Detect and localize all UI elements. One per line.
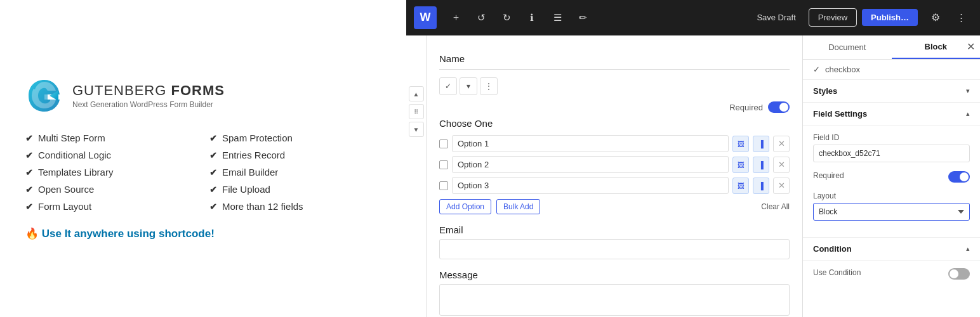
redo-button[interactable]: ↻ bbox=[495, 6, 518, 29]
styles-section-header[interactable]: Styles ▾ bbox=[803, 80, 980, 103]
move-down-button[interactable]: ▼ bbox=[409, 122, 424, 137]
feature-label: Conditional Logic bbox=[38, 150, 111, 160]
logo-title: Gutenberg Forms bbox=[72, 82, 225, 99]
option-input-2[interactable] bbox=[452, 156, 729, 173]
layout-label: Layout bbox=[813, 191, 970, 200]
logo-area: Gutenberg Forms Next Generation WordPres… bbox=[25, 77, 381, 115]
add-option-button[interactable]: Add Option bbox=[439, 199, 491, 214]
preview-button[interactable]: Preview bbox=[809, 8, 857, 27]
cta-line: 🔥 Use It anywhere using shortcode! bbox=[25, 227, 381, 240]
message-textarea[interactable] bbox=[439, 284, 790, 316]
required-sidebar-toggle[interactable] bbox=[948, 171, 970, 183]
option-checkbox-2[interactable] bbox=[439, 160, 448, 169]
more-options-button[interactable]: ⋮ bbox=[950, 6, 972, 29]
check-icon: ✔ bbox=[25, 184, 33, 195]
field-settings-section-header[interactable]: Field Settings ▴ bbox=[803, 103, 980, 126]
condition-chevron-icon: ▴ bbox=[966, 245, 970, 253]
option-row-2: 🖼 ▐ ✕ bbox=[439, 156, 790, 173]
options-actions: Add Option Bulk Add Clear All bbox=[439, 199, 790, 214]
feature-label: Open Source bbox=[38, 184, 94, 195]
feature-file-upload: ✔ File Upload bbox=[209, 184, 381, 195]
option-bold-btn-1[interactable]: ▐ bbox=[753, 136, 769, 152]
feature-label: More than 12 fields bbox=[222, 201, 303, 212]
settings-button[interactable]: ⚙ bbox=[924, 6, 947, 29]
right-sidebar: Document Block ✕ ✓ checkbox Styles ▾ Fie… bbox=[802, 36, 980, 317]
cta-text: Use It anywhere using shortcode! bbox=[42, 228, 215, 240]
save-draft-button[interactable]: Save Draft bbox=[750, 9, 802, 26]
use-condition-toggle[interactable] bbox=[948, 268, 970, 280]
feature-email-builder: ✔ Email Builder bbox=[209, 167, 381, 178]
option-row-3: 🖼 ▐ ✕ bbox=[439, 177, 790, 194]
required-toggle-row: Required bbox=[813, 171, 970, 183]
logo-icon bbox=[25, 77, 63, 115]
layout-group: Layout Block Inline bbox=[813, 191, 970, 221]
option-bold-btn-3[interactable]: ▐ bbox=[753, 178, 769, 194]
condition-label: Condition bbox=[813, 244, 852, 254]
option-input-1[interactable] bbox=[452, 135, 729, 152]
clear-all-link[interactable]: Clear All bbox=[761, 202, 790, 211]
checkbox-label-row: ✓ checkbox bbox=[803, 60, 980, 80]
wp-logo: W bbox=[414, 6, 437, 29]
required-toggle[interactable] bbox=[768, 101, 790, 113]
styles-label: Styles bbox=[813, 86, 837, 96]
feature-label: Email Builder bbox=[222, 167, 278, 178]
feature-form-layout: ✔ Form Layout bbox=[25, 201, 197, 212]
option-checkbox-1[interactable] bbox=[439, 139, 448, 148]
option-image-btn-2[interactable]: 🖼 bbox=[732, 157, 749, 173]
logo-text-area: Gutenberg Forms Next Generation WordPres… bbox=[72, 82, 225, 109]
block-more-button[interactable]: ⋮ bbox=[480, 77, 498, 95]
email-label: Email bbox=[439, 224, 790, 235]
field-id-input[interactable] bbox=[813, 145, 970, 162]
choose-one-label: Choose One bbox=[439, 118, 790, 129]
feature-label: Entries Record bbox=[222, 150, 285, 160]
feature-label: Multi Step Form bbox=[38, 133, 105, 143]
styles-chevron-icon: ▾ bbox=[966, 87, 970, 95]
option-checkbox-3[interactable] bbox=[439, 181, 448, 190]
feature-multi-step: ✔ Multi Step Form bbox=[25, 133, 197, 143]
message-label: Message bbox=[439, 269, 790, 280]
required-group: Required bbox=[813, 171, 970, 183]
required-label: Required bbox=[729, 103, 763, 112]
condition-section-header[interactable]: Condition ▴ bbox=[803, 237, 980, 261]
checkbox-label: checkbox bbox=[825, 65, 860, 74]
logo-subtitle: Next Generation WordPress Form Builder bbox=[72, 100, 225, 109]
publish-button[interactable]: Publish… bbox=[862, 9, 918, 26]
option-row-1: 🖼 ▐ ✕ bbox=[439, 135, 790, 152]
option-image-btn-1[interactable]: 🖼 bbox=[732, 136, 749, 152]
layout-select[interactable]: Block Inline bbox=[813, 203, 970, 221]
features-grid: ✔ Multi Step Form ✔ Spam Protection ✔ Co… bbox=[25, 133, 381, 212]
option-bold-btn-2[interactable]: ▐ bbox=[753, 157, 769, 173]
option-remove-btn-1[interactable]: ✕ bbox=[773, 136, 790, 152]
feature-12-fields: ✔ More than 12 fields bbox=[209, 201, 381, 212]
option-image-btn-3[interactable]: 🖼 bbox=[732, 178, 749, 194]
use-condition-label: Use Condition bbox=[813, 268, 861, 277]
check-icon: ✔ bbox=[209, 150, 217, 160]
drag-handle-button[interactable]: ⠿ bbox=[409, 104, 424, 119]
block-arrow-button[interactable]: ▾ bbox=[460, 77, 477, 95]
feature-templates: ✔ Templates Library bbox=[25, 167, 197, 178]
option-input-3[interactable] bbox=[452, 177, 729, 194]
feature-conditional: ✔ Conditional Logic bbox=[25, 150, 197, 160]
add-block-button[interactable]: ＋ bbox=[444, 6, 467, 29]
feature-open-source: ✔ Open Source bbox=[25, 184, 197, 195]
option-remove-btn-3[interactable]: ✕ bbox=[773, 178, 790, 194]
field-settings-chevron-icon: ▴ bbox=[966, 110, 970, 118]
move-up-button[interactable]: ▲ bbox=[409, 86, 424, 101]
list-view-button[interactable]: ☰ bbox=[546, 6, 569, 29]
document-tab[interactable]: Document bbox=[803, 36, 892, 59]
option-remove-btn-2[interactable]: ✕ bbox=[773, 157, 790, 173]
edit-button[interactable]: ✏ bbox=[571, 6, 594, 29]
block-check-button[interactable]: ✓ bbox=[439, 77, 457, 95]
feature-label: Form Layout bbox=[38, 201, 91, 212]
canvas-left-controls: ▲ ⠿ ▼ bbox=[406, 36, 427, 317]
bulk-add-button[interactable]: Bulk Add bbox=[496, 199, 540, 214]
info-button[interactable]: ℹ bbox=[520, 6, 543, 29]
sidebar-close-button[interactable]: ✕ bbox=[967, 41, 975, 53]
canvas-inner: Name ✓ ▾ ⋮ Required Choose One bbox=[427, 36, 802, 317]
field-name-label: Name bbox=[439, 48, 790, 70]
undo-button[interactable]: ↺ bbox=[470, 6, 493, 29]
field-id-group: Field ID bbox=[813, 133, 970, 162]
left-panel: Gutenberg Forms Next Generation WordPres… bbox=[0, 0, 406, 317]
feature-spam: ✔ Spam Protection bbox=[209, 133, 381, 143]
email-input-box[interactable] bbox=[439, 239, 790, 259]
